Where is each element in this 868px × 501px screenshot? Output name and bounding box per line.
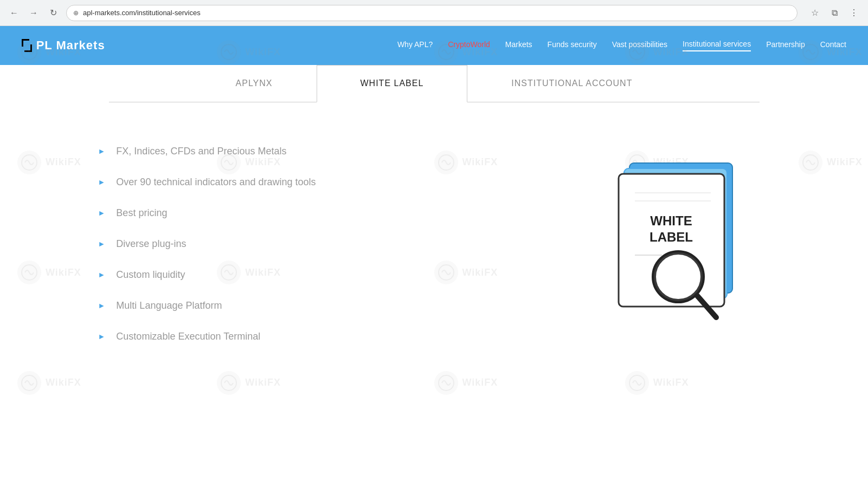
feature-arrow-icon: ► xyxy=(98,301,106,310)
refresh-button[interactable]: ↻ xyxy=(46,5,61,21)
svg-point-5 xyxy=(22,155,37,170)
feature-arrow-icon: ► xyxy=(98,239,106,248)
nav-item-crypto-world[interactable]: CryptoWorld xyxy=(448,40,490,51)
feature-arrow-icon: ► xyxy=(98,270,106,279)
main-nav: Why APL?CryptoWorldMarketsFunds security… xyxy=(397,40,846,51)
tabs-section: APLYNXWHITE LABELINSTITUTIONAL ACCOUNT xyxy=(0,65,868,102)
site-header: [] PL Markets Why APL?CryptoWorldMarkets… xyxy=(0,26,868,65)
tab-institutional-account[interactable]: INSTITUTIONAL ACCOUNT xyxy=(467,65,676,102)
feature-arrow-icon: ► xyxy=(98,178,106,186)
extensions-button[interactable]: ⧉ xyxy=(827,5,842,21)
feature-item: ►FX, Indices, CFDs and Precious Metals xyxy=(98,146,564,157)
nav-item-funds-security[interactable]: Funds security xyxy=(548,40,597,51)
feature-arrow-icon: ► xyxy=(98,147,106,155)
illustration-area: WHITE LABEL xyxy=(597,135,770,342)
nav-item-vast-possibilities[interactable]: Vast possibilities xyxy=(612,40,667,51)
nav-item-contact[interactable]: Contact xyxy=(820,40,846,51)
bookmark-button[interactable]: ☆ xyxy=(807,5,822,21)
svg-text:LABEL: LABEL xyxy=(650,230,693,244)
feature-3-text: Best pricing xyxy=(116,207,167,219)
logo-area: [] PL Markets xyxy=(22,37,105,54)
nav-item-markets[interactable]: Markets xyxy=(505,40,532,51)
security-icon: ⊕ xyxy=(73,9,79,17)
feature-5-text: Custom liquidity xyxy=(116,269,185,281)
feature-item: ►Multi Language Platform xyxy=(98,300,564,311)
content-inner: ►FX, Indices, CFDs and Precious Metals►O… xyxy=(55,102,814,375)
feature-7-text: Customizable Execution Terminal xyxy=(116,331,260,342)
feature-item: ►Over 90 technical indicators and drawin… xyxy=(98,177,564,188)
feature-arrow-icon: ► xyxy=(98,209,106,217)
svg-point-14 xyxy=(22,375,37,391)
svg-point-16 xyxy=(439,375,454,391)
content-area: WikiFX WikiFX WikiFX WikiFX WikiFX WikiF… xyxy=(0,102,868,427)
features-list: ►FX, Indices, CFDs and Precious Metals►O… xyxy=(98,135,564,342)
browser-nav-controls: ← → ↻ xyxy=(7,5,61,21)
nav-item-partnership[interactable]: Partnership xyxy=(766,40,805,51)
svg-point-10 xyxy=(22,265,37,280)
nav-item-institutional-services[interactable]: Institutional services xyxy=(683,40,751,51)
forward-button[interactable]: → xyxy=(26,5,41,21)
svg-point-17 xyxy=(629,375,645,391)
nav-item-why-apl[interactable]: Why APL? xyxy=(397,40,433,51)
white-label-illustration: WHITE LABEL xyxy=(608,147,760,331)
address-bar[interactable]: ⊕ apl-markets.com/institutional-services xyxy=(66,5,798,21)
site-logo: PL Markets xyxy=(36,38,105,53)
menu-button[interactable]: ⋮ xyxy=(846,5,861,21)
browser-action-buttons: ☆ ⧉ ⋮ xyxy=(807,5,861,21)
feature-1-text: FX, Indices, CFDs and Precious Metals xyxy=(116,146,286,157)
url-text: apl-markets.com/institutional-services xyxy=(83,9,201,17)
feature-2-text: Over 90 technical indicators and drawing… xyxy=(116,177,316,188)
feature-item: ►Customizable Execution Terminal xyxy=(98,331,564,342)
svg-point-15 xyxy=(221,375,236,391)
tabs-container: APLYNXWHITE LABELINSTITUTIONAL ACCOUNT xyxy=(109,65,760,102)
feature-6-text: Multi Language Platform xyxy=(116,300,222,311)
tab-aplynx[interactable]: APLYNX xyxy=(192,65,317,102)
feature-item: ►Best pricing xyxy=(98,207,564,219)
feature-item: ►Custom liquidity xyxy=(98,269,564,281)
feature-item: ►Diverse plug-ins xyxy=(98,238,564,250)
back-button[interactable]: ← xyxy=(7,5,22,21)
page-wrapper: [] PL Markets Why APL?CryptoWorldMarkets… xyxy=(0,26,868,427)
svg-text:WHITE: WHITE xyxy=(650,213,692,228)
browser-chrome: ← → ↻ ⊕ apl-markets.com/institutional-se… xyxy=(0,0,868,26)
tab-white-label[interactable]: WHITE LABEL xyxy=(317,65,468,102)
feature-arrow-icon: ► xyxy=(98,332,106,341)
feature-4-text: Diverse plug-ins xyxy=(116,238,186,250)
